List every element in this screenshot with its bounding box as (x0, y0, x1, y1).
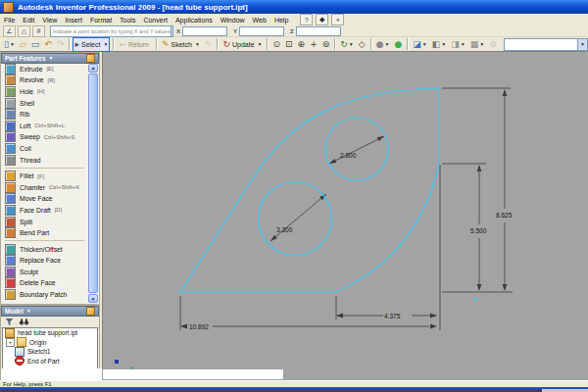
chevron-down-icon[interactable]: ▼ (171, 26, 173, 36)
menu-applications[interactable]: Applications (172, 17, 217, 24)
chevron-down-icon[interactable]: ▼ (385, 41, 390, 47)
dim-overall-height[interactable]: 8.625 (496, 212, 513, 219)
rotate-button[interactable]: ↻▼ (338, 37, 356, 52)
feature-item-rib[interactable]: Rib (2, 109, 87, 121)
dim-overall-width[interactable]: 10.892 (189, 323, 209, 330)
shadow-button[interactable]: ◨▼ (449, 37, 466, 52)
chevron-down-icon[interactable]: ▼ (479, 41, 484, 47)
feature-item-extrude[interactable]: Extrude[E] (2, 64, 87, 75)
material-button[interactable]: ▦▼ (468, 37, 486, 52)
menu-window[interactable]: Window (217, 17, 249, 24)
sketch-button[interactable]: ✎Sketch▼ (160, 37, 202, 52)
chevron-down-icon[interactable]: ▼ (441, 41, 446, 47)
shaded-display-button[interactable]: ●▼ (374, 37, 392, 52)
x-input[interactable] (182, 26, 227, 36)
feature-item-thicken-offset[interactable]: Thicken/Offset (2, 243, 87, 255)
pan-button[interactable]: + (308, 37, 319, 52)
y-input[interactable] (239, 26, 284, 36)
learning-assistance-button[interactable]: ◆ (316, 14, 328, 25)
analysis-button[interactable]: ● (392, 37, 404, 52)
feature-item-sculpt[interactable]: Sculpt (2, 267, 87, 278)
feature-item-hole[interactable]: Hole[H] (2, 86, 87, 98)
panel-menu-icon[interactable] (86, 54, 95, 63)
model-header[interactable]: Model ▼ (1, 306, 99, 317)
scroll-down-button[interactable]: ▼ (88, 294, 98, 303)
zoom-button[interactable]: ⊕ (296, 37, 308, 52)
chevron-down-icon[interactable]: ▼ (258, 41, 263, 47)
upper-hole-circle[interactable] (325, 118, 388, 180)
zoom-all-button[interactable]: ⊙ (270, 37, 282, 52)
expander-plus-icon[interactable]: + (6, 338, 15, 347)
chevron-down-icon[interactable]: ▼ (103, 41, 108, 47)
menu-help[interactable]: Help (270, 17, 292, 24)
return-button[interactable]: ←Return (117, 37, 153, 52)
part-features-header[interactable]: Part Features ▼ (1, 53, 99, 64)
graphics-window[interactable]: 2.600 3.300 4.375 10.892 5.500 8.625 (102, 52, 588, 380)
chevron-down-icon[interactable]: ▼ (195, 41, 200, 47)
part-outline[interactable] (180, 88, 439, 292)
display-style-button[interactable]: ◪▼ (411, 37, 428, 52)
z-input[interactable] (296, 26, 341, 36)
select-button[interactable]: ▸Select▼ (73, 37, 110, 52)
menu-convert[interactable]: Convert (139, 17, 172, 24)
tree-item-origin[interactable]: +Origin (3, 338, 97, 348)
tree-item-head-tube-support-ipt[interactable]: head tube support.ipt (3, 328, 97, 338)
menu-web[interactable]: Web (249, 17, 270, 24)
menu-insert[interactable]: Insert (61, 17, 86, 24)
panel-menu-icon[interactable] (86, 307, 95, 316)
feature-item-delete-face[interactable]: Delete Face (2, 277, 87, 289)
feature-item-replace-face[interactable]: Replace Face (2, 255, 87, 267)
feature-item-revolve[interactable]: Revolve[R] (2, 74, 87, 86)
feature-item-shell[interactable]: Shell (2, 97, 87, 109)
style-brush-button[interactable]: ✎ (203, 37, 215, 52)
feature-item-face-draft[interactable]: Face Draft[D] (2, 205, 87, 217)
indicate-point-button[interactable]: ∠ (3, 25, 16, 37)
open-button[interactable]: ▱ (18, 37, 28, 52)
feature-item-sweep[interactable]: SweepCtrl+Shift+S (2, 131, 87, 143)
relative-coordinates-button[interactable]: △ (18, 25, 30, 37)
tree-item-sketch1[interactable]: Sketch1 (3, 347, 97, 357)
dim-upper-circle[interactable]: 2.600 (340, 152, 357, 159)
feature-item-coil[interactable]: Coil (2, 143, 87, 155)
chevron-down-icon[interactable]: ▼ (10, 41, 15, 47)
dim-partial-height[interactable]: 5.500 (470, 227, 487, 234)
save-button[interactable]: ▭ (29, 37, 42, 52)
chevron-down-icon[interactable]: ▼ (577, 39, 587, 50)
chevron-down-icon[interactable]: ▼ (349, 41, 354, 47)
feature-item-fillet[interactable]: Fillet[F] (2, 171, 87, 182)
sketch-geometry[interactable] (180, 88, 439, 292)
chevron-down-icon[interactable]: ▼ (422, 41, 427, 47)
menu-edit[interactable]: Edit (19, 17, 38, 24)
dim-partial-width[interactable]: 4.375 (384, 313, 401, 319)
zoom-selected-button[interactable]: ⊚ (320, 37, 332, 52)
undo-button[interactable]: ↶ (42, 37, 54, 52)
menu-view[interactable]: View (38, 17, 61, 24)
chevron-down-icon[interactable]: ▼ (461, 41, 466, 47)
feature-item-loft[interactable]: LoftCtrl+Shift+L (2, 120, 87, 131)
zoom-window-button[interactable]: ⊡ (283, 37, 295, 52)
tree-item-end-of-part[interactable]: End of Part (3, 357, 97, 367)
precise-grid-button[interactable]: # (32, 25, 45, 37)
menu-format[interactable]: Format (86, 17, 116, 24)
look-at-button[interactable]: ◇ (357, 37, 368, 52)
camera-view-button[interactable]: ◧▼ (430, 37, 448, 52)
feature-item-thread[interactable]: Thread (2, 154, 87, 166)
update-button[interactable]: ↻Update▼ (220, 37, 264, 52)
feature-item-chamfer[interactable]: ChamferCtrl+Shift+K (2, 181, 87, 193)
feature-item-bend-part[interactable]: Bend Part (2, 227, 87, 239)
lower-hole-circle[interactable] (259, 182, 332, 256)
feature-item-split[interactable]: Split (2, 216, 87, 227)
title-bar[interactable]: Autodesk Inventor Professional 2009 - [h… (0, 0, 588, 14)
sketch-center-point[interactable] (474, 298, 477, 301)
menu-file[interactable]: File (0, 17, 19, 24)
panel-scrollbar[interactable]: ▲ ▼ (88, 64, 98, 304)
scroll-up-button[interactable]: ▲ (88, 64, 98, 73)
precise-input-combo[interactable]: Indicate a point location by typing X an… (50, 25, 173, 37)
feature-item-boundary-patch[interactable]: Boundary Patch (2, 289, 87, 301)
no-symbol-button[interactable]: ⊘ (487, 37, 499, 52)
new-file-button[interactable]: ▯▼ (2, 37, 17, 52)
menu-tools[interactable]: Tools (116, 17, 139, 24)
help-topics-button[interactable]: ? (300, 14, 313, 25)
dim-lower-circle[interactable]: 3.300 (276, 226, 293, 233)
view-representation-combo[interactable]: ▼ (504, 38, 588, 51)
